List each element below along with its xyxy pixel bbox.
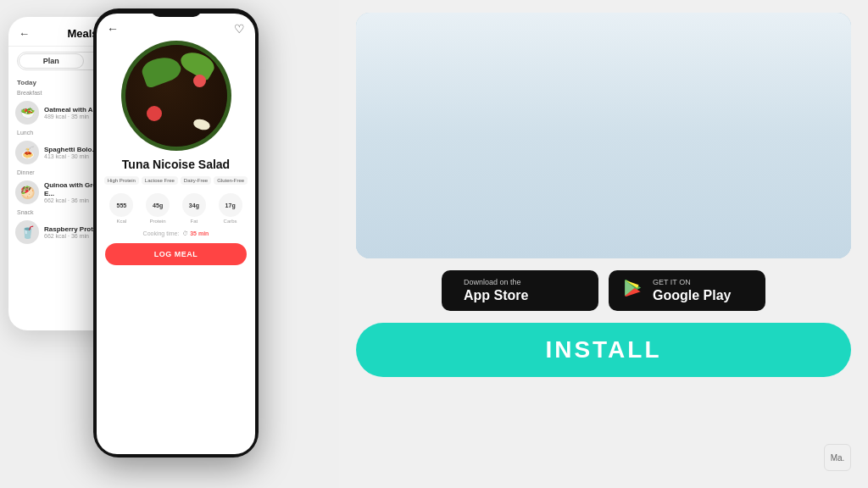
left-panel: ← Meals ⓘ Plan Favorites Today Breakfast… bbox=[0, 0, 339, 488]
macro-protein: 45g Protein bbox=[146, 193, 170, 224]
log-meal-button[interactable]: LOG MEAL bbox=[105, 243, 247, 265]
install-button[interactable]: INSTALL bbox=[356, 323, 851, 377]
meal-image-breakfast: 🥗 bbox=[15, 101, 39, 125]
app-store-sub: Download on the bbox=[464, 278, 528, 287]
phone-front: ← ♡ Tuna Nicoise Salad High Protein bbox=[93, 8, 259, 458]
macro-protein-label: Protein bbox=[146, 219, 170, 224]
macro-carbs: 17g Carbs bbox=[219, 193, 242, 224]
photo-background bbox=[356, 13, 851, 258]
phone-inner: ← ♡ Tuna Nicoise Salad High Protein bbox=[97, 14, 255, 454]
cooking-time-row: Cooking time: ⏱ 35 min bbox=[97, 227, 255, 240]
google-play-icon bbox=[622, 277, 644, 304]
ma-badge: Ma. bbox=[824, 444, 851, 471]
app-store-name: App Store bbox=[464, 287, 528, 303]
tag-dairy-free: Dairy-Free bbox=[181, 176, 211, 185]
google-play-name: Google Play bbox=[653, 287, 731, 303]
back-arrow-icon[interactable]: ← bbox=[19, 27, 30, 40]
right-panel: Download on the App Store GET IT ON Goo bbox=[339, 0, 868, 488]
tag-lactose-free: Lactose Free bbox=[142, 176, 178, 185]
cooking-label: Cooking time: bbox=[143, 230, 180, 236]
macro-kcal-value: 555 bbox=[109, 193, 133, 217]
macro-kcal: 555 Kcal bbox=[109, 193, 133, 224]
store-buttons: Download on the App Store GET IT ON Goo bbox=[442, 270, 765, 311]
detail-heart-icon[interactable]: ♡ bbox=[234, 22, 245, 36]
detail-food-image bbox=[121, 41, 231, 151]
google-play-sub: GET IT ON bbox=[653, 278, 731, 287]
macro-kcal-label: Kcal bbox=[109, 219, 133, 224]
detail-header: ← ♡ bbox=[97, 14, 255, 41]
cooking-time-value: 35 min bbox=[190, 230, 209, 236]
salad-visual bbox=[125, 45, 227, 147]
detail-macros: 555 Kcal 45g Protein 34g Fat 17g Carbs bbox=[97, 190, 255, 227]
google-play-button[interactable]: GET IT ON Google Play bbox=[609, 270, 765, 311]
macro-carbs-label: Carbs bbox=[219, 219, 242, 224]
macro-fat: 34g Fat bbox=[182, 193, 206, 224]
meal-image-lunch: 🍝 bbox=[15, 141, 39, 164]
macro-protein-value: 45g bbox=[146, 193, 170, 217]
detail-title: Tuna Nicoise Salad bbox=[97, 158, 255, 176]
install-label: INSTALL bbox=[545, 336, 661, 363]
woman-photo bbox=[356, 13, 851, 258]
phone-notch bbox=[151, 8, 202, 17]
tag-high-protein: High Protein bbox=[104, 176, 139, 185]
tab-plan[interactable]: Plan bbox=[19, 53, 84, 69]
google-play-text: GET IT ON Google Play bbox=[653, 278, 731, 303]
macro-fat-value: 34g bbox=[182, 193, 206, 217]
macro-carbs-value: 17g bbox=[219, 193, 242, 217]
macro-fat-label: Fat bbox=[182, 219, 206, 224]
detail-tags: High Protein Lactose Free Dairy-Free Glu… bbox=[97, 176, 255, 190]
app-store-button[interactable]: Download on the App Store bbox=[442, 270, 598, 311]
app-store-text: Download on the App Store bbox=[464, 278, 528, 303]
detail-back-icon[interactable]: ← bbox=[107, 22, 119, 36]
meal-image-snack: 🥤 bbox=[15, 220, 39, 244]
meal-image-dinner: 🥙 bbox=[15, 180, 39, 204]
tag-gluten-free: Gluten-Free bbox=[214, 176, 248, 185]
